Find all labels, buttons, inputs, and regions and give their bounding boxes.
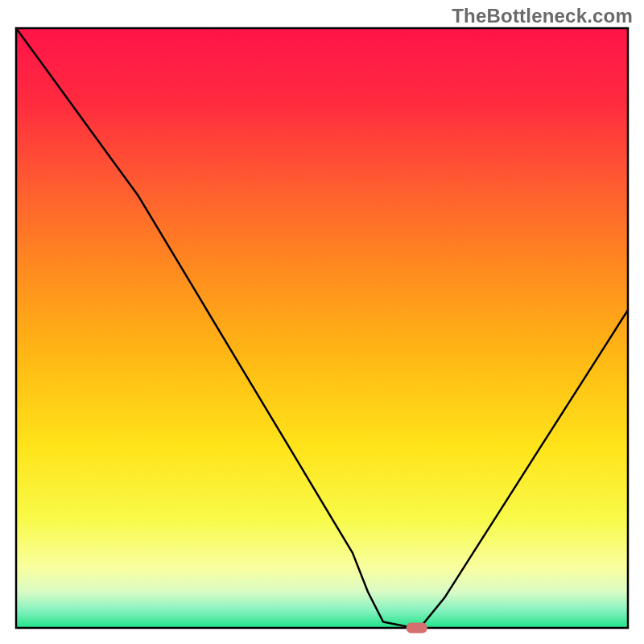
watermark-label: TheBottleneck.com	[452, 5, 633, 27]
chart-container: TheBottleneck.com	[0, 0, 644, 644]
chart-svg	[0, 0, 644, 644]
optimal-point-marker	[407, 623, 427, 634]
plot-background	[16, 28, 628, 628]
